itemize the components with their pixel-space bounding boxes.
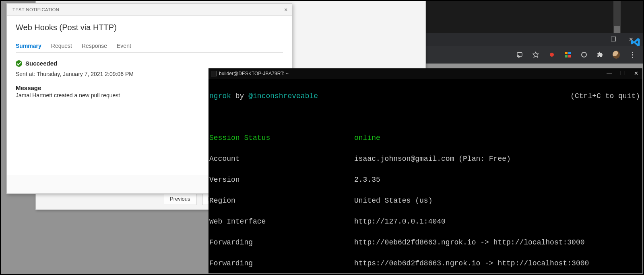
extensions-puzzle-icon[interactable] bbox=[597, 51, 604, 58]
status-text: Succeeded bbox=[25, 60, 57, 67]
ngrok-by: by bbox=[231, 92, 248, 100]
forwarding2-value: https://0eb6d2fd8663.ngrok.io -> http://… bbox=[354, 258, 589, 269]
modal-close-button[interactable]: × bbox=[284, 6, 288, 13]
terminal-titlebar: builder@DESKTOP-JBA79RT: ~ bbox=[208, 68, 642, 79]
sent-at-value: Thursday, January 7, 2021 2:09:06 PM bbox=[37, 71, 134, 77]
forwarding1-value: http://0eb6d2fd8663.ngrok.io -> http://l… bbox=[354, 237, 585, 248]
terminal-window: builder@DESKTOP-JBA79RT: ~ ngrok by @inc… bbox=[208, 68, 642, 273]
profile-avatar-icon[interactable] bbox=[613, 51, 620, 58]
forwarding1-label: Forwarding bbox=[209, 237, 354, 248]
browser-menu-icon[interactable] bbox=[629, 51, 636, 58]
terminal-app-icon bbox=[211, 71, 217, 76]
terminal-title: builder@DESKTOP-JBA79RT: ~ bbox=[219, 68, 289, 79]
forwarding2-label: Forwarding bbox=[209, 258, 354, 269]
cast-icon[interactable] bbox=[516, 51, 523, 58]
web-interface-label: Web Interface bbox=[209, 216, 354, 227]
desktop-canvas: ▾ Previous bbox=[0, 0, 644, 275]
browser-toolbar bbox=[426, 46, 643, 64]
terminal-maximize-button[interactable] bbox=[621, 68, 625, 79]
version-label: Version bbox=[209, 174, 354, 185]
star-icon[interactable] bbox=[532, 51, 539, 58]
browser-scrollbar[interactable]: ▾ bbox=[613, 1, 621, 37]
tab-request[interactable]: Request bbox=[51, 43, 72, 49]
tab-summary[interactable]: Summary bbox=[16, 43, 41, 49]
terminal-minimize-button[interactable] bbox=[607, 68, 612, 79]
extension-grid-icon[interactable] bbox=[564, 51, 572, 58]
tab-response[interactable]: Response bbox=[82, 43, 107, 49]
modal-heading: Web Hooks (Post via HTTP) bbox=[16, 23, 283, 32]
success-check-icon bbox=[16, 60, 22, 67]
vscode-icon[interactable] bbox=[630, 37, 641, 47]
region-value: United States (us) bbox=[354, 195, 432, 206]
window-maximize-button[interactable] bbox=[610, 36, 617, 43]
session-status-label: Session Status bbox=[209, 133, 354, 143]
account-value: isaac.johnson@gmail.com (Plan: Free) bbox=[354, 154, 511, 164]
extension-circle-icon[interactable] bbox=[580, 51, 588, 58]
ngrok-handle: @inconshreveable bbox=[248, 92, 318, 100]
extension-red-icon[interactable] bbox=[548, 51, 555, 58]
modal-title: TEST NOTIFICATION bbox=[12, 7, 59, 12]
browser-titlebar bbox=[426, 33, 643, 46]
region-label: Region bbox=[209, 195, 354, 206]
status-row: Succeeded bbox=[16, 60, 283, 67]
tab-event[interactable]: Event bbox=[117, 43, 131, 49]
version-value: 2.3.35 bbox=[354, 174, 380, 185]
quit-hint: (Ctrl+C to quit) bbox=[570, 91, 640, 101]
modal-titlebar: TEST NOTIFICATION × bbox=[7, 4, 292, 16]
ngrok-brand: ngrok bbox=[209, 92, 231, 100]
modal-tabs: Summary Request Response Event bbox=[16, 43, 283, 53]
window-minimize-button[interactable] bbox=[592, 36, 599, 43]
sent-at-label: Sent at: bbox=[16, 71, 35, 77]
session-status-value: online bbox=[354, 133, 380, 143]
svg-marker-1 bbox=[533, 52, 538, 57]
browser-window: ▾ bbox=[426, 1, 643, 64]
terminal-content[interactable]: ngrok by @inconshreveable(Ctrl+C to quit… bbox=[208, 79, 642, 275]
terminal-close-button[interactable] bbox=[634, 68, 638, 79]
web-interface-value: http://127.0.0.1:4040 bbox=[354, 216, 446, 227]
account-label: Account bbox=[209, 154, 354, 164]
svg-rect-0 bbox=[517, 53, 522, 56]
previous-button[interactable]: Previous bbox=[164, 193, 196, 205]
